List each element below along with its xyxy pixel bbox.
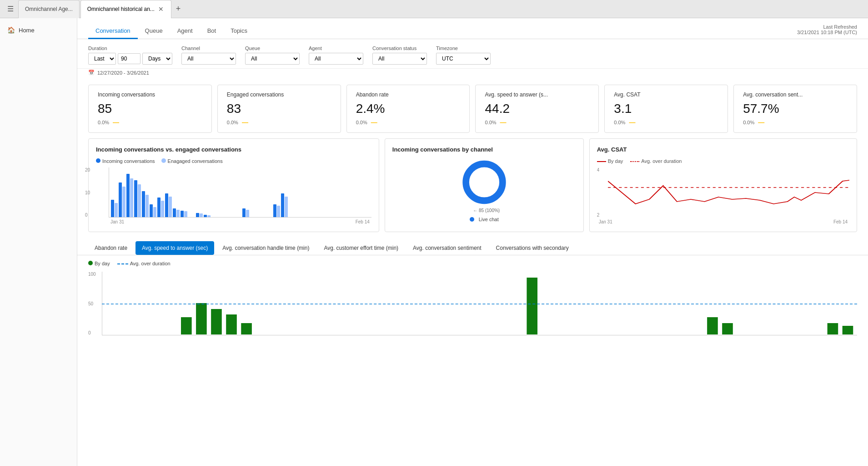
kpi-dash: —	[629, 119, 635, 126]
nav-tab-conversation[interactable]: Conversation	[88, 24, 138, 39]
bottom-tab-5[interactable]: Conversations with secondary	[490, 241, 575, 255]
nav-tab-queue[interactable]: Queue	[138, 24, 170, 39]
kpi-card-4: Avg. CSAT 3.1 0.0% —	[604, 85, 728, 133]
kpi-card-2: Abandon rate 2.4% 0.0% —	[346, 85, 470, 133]
line-chart-title: Avg. CSAT	[597, 146, 849, 153]
duration-value-input[interactable]	[118, 53, 140, 64]
timezone-select[interactable]: UTC	[436, 53, 491, 65]
filters-section: Duration Last Days Channel All	[77, 39, 868, 69]
engaged-bar	[153, 207, 156, 218]
bar-group	[196, 213, 203, 218]
incoming-bar	[157, 198, 161, 217]
timezone-label: Timezone	[436, 46, 491, 51]
incoming-bar	[173, 208, 176, 217]
agent-select[interactable]: All	[309, 53, 363, 65]
kpi-change: 0.0%	[614, 120, 625, 125]
incoming-bar	[119, 182, 122, 217]
donut-chart-card: Incoming conversations by channel ← 85 (…	[385, 138, 584, 232]
kpi-title: Avg. speed to answer (s...	[485, 91, 589, 98]
main-header: Conversation Queue Agent Bot Topics Last…	[77, 18, 868, 39]
incoming-bar	[196, 213, 199, 218]
kpi-value: 44.2	[485, 101, 589, 116]
kpi-change: 0.0%	[227, 120, 238, 125]
kpi-change: 0.0%	[485, 120, 496, 125]
donut-legend: Live chat	[470, 217, 499, 222]
hamburger-menu-button[interactable]: ☰	[4, 3, 17, 15]
engaged-bar	[207, 215, 211, 217]
bottom-y-labels: 100 50 0	[88, 272, 96, 335]
engaged-bar	[184, 211, 187, 217]
kpi-value: 3.1	[614, 101, 718, 116]
nav-tab-agent[interactable]: Agent	[170, 24, 200, 39]
kpi-change: 0.0%	[743, 120, 754, 125]
duration-unit-select[interactable]: Days	[142, 53, 172, 65]
bar-group	[273, 204, 280, 218]
bar-group	[173, 208, 180, 217]
kpi-footer: 0.0% —	[743, 119, 848, 126]
kpi-dash: —	[113, 119, 119, 126]
bar-group	[150, 204, 156, 218]
nav-tab-topics[interactable]: Topics	[223, 24, 255, 39]
incoming-bar	[142, 191, 145, 217]
kpi-dash: —	[758, 119, 764, 126]
tab-omnichannel-agent[interactable]: Omnichannel Age...	[18, 0, 80, 18]
bar-group	[281, 193, 288, 217]
incoming-bar	[204, 215, 207, 217]
kpi-title: Incoming conversations	[98, 91, 202, 98]
bar-group	[111, 200, 118, 217]
engaged-bar	[285, 197, 288, 217]
line-chart-card: Avg. CSAT By day Avg. over duration 4 2	[589, 138, 857, 232]
incoming-bar	[242, 208, 246, 217]
donut-container: ← 85 (100%) Live chat	[392, 158, 576, 222]
tab-bar: ☰ Omnichannel Age... Omnichannel histori…	[0, 0, 868, 18]
new-tab-button[interactable]: +	[172, 4, 185, 14]
bottom-bar	[828, 323, 838, 334]
incoming-bar	[126, 174, 130, 217]
conv-status-filter: Conversation status All	[372, 46, 427, 65]
kpi-value: 2.4%	[356, 101, 461, 116]
bar-group	[126, 174, 133, 217]
engaged-bar	[200, 213, 203, 217]
incoming-bar	[281, 193, 284, 217]
bottom-tab-0[interactable]: Abandon rate	[88, 241, 134, 255]
sidebar-item-label: Home	[19, 27, 35, 34]
duration-controls: Last Days	[88, 53, 172, 65]
kpi-footer: 0.0% —	[227, 119, 331, 126]
charts-section: Incoming conversations vs. engaged conve…	[77, 138, 868, 238]
date-range: 📅 12/27/2020 - 3/26/2021	[77, 69, 868, 79]
bottom-tab-2[interactable]: Avg. conversation handle time (min)	[216, 241, 316, 255]
bar-group	[181, 211, 187, 217]
engaged-bar	[246, 210, 249, 217]
bar-group	[165, 193, 172, 217]
kpi-dash: —	[500, 119, 507, 126]
engaged-bar	[169, 197, 172, 217]
kpi-title: Engaged conversations	[227, 91, 331, 98]
bottom-tab-3[interactable]: Avg. customer effort time (min)	[317, 241, 405, 255]
bottom-bar	[211, 309, 222, 334]
queue-filter: Queue All	[245, 46, 300, 65]
queue-select[interactable]: All	[245, 53, 300, 65]
line-chart-x-labels: Jan 31 Feb 14	[597, 219, 849, 224]
bar-chart-x-labels: Jan 31 Feb 14	[109, 219, 371, 224]
last-refreshed: Last Refreshed 3/21/2021 10:18 PM (UTC)	[797, 24, 857, 39]
date-range-value: 12/27/2020 - 3/26/2021	[97, 70, 149, 76]
tab-omnichannel-historical[interactable]: Omnichannel historical an... ✕	[80, 0, 171, 18]
bar-group	[157, 198, 164, 217]
bar-chart	[109, 167, 371, 218]
duration-filter: Duration Last Days	[88, 46, 172, 65]
bottom-bar	[181, 317, 192, 334]
conv-status-select[interactable]: All	[372, 53, 427, 65]
engaged-bar	[146, 195, 149, 218]
close-tab-button[interactable]: ✕	[157, 6, 165, 12]
bottom-tab-4[interactable]: Avg. conversation sentiment	[406, 241, 488, 255]
incoming-bar	[134, 180, 137, 217]
bottom-tab-1[interactable]: Avg. speed to answer (sec)	[135, 241, 214, 255]
incoming-bar	[111, 200, 114, 217]
bar-group	[142, 191, 149, 217]
kpi-card-5: Avg. conversation sent... 57.7% 0.0% —	[733, 85, 857, 133]
duration-option-select[interactable]: Last	[88, 53, 116, 65]
channel-select[interactable]: All	[181, 53, 236, 65]
engaged-bar	[115, 203, 118, 218]
nav-tab-bot[interactable]: Bot	[200, 24, 224, 39]
sidebar-item-home[interactable]: 🏠 Home	[0, 22, 77, 38]
